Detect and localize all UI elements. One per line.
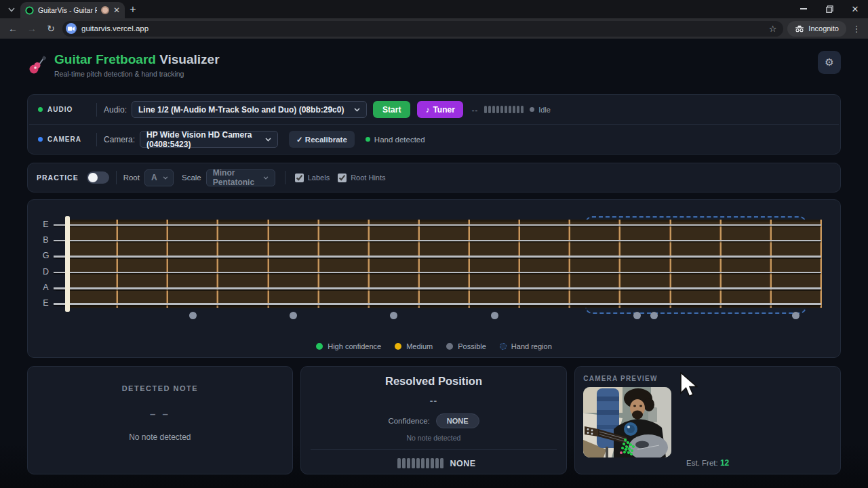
meter-bar [496, 106, 499, 113]
bookmark-star-icon[interactable]: ☆ [769, 24, 777, 34]
meter-bar [426, 458, 429, 468]
browser-menu-icon[interactable]: ⋮ [850, 24, 863, 34]
fretboard-nut [65, 216, 70, 312]
practice-toggle[interactable] [87, 171, 109, 184]
guitar-string-e0 [54, 224, 821, 226]
audio-section-tag: AUDIO [38, 106, 90, 113]
window-controls: ✕ [791, 0, 868, 18]
fretboard[interactable] [67, 220, 821, 308]
resolved-message: No note detected [301, 434, 567, 442]
resolved-position-value: -- [301, 395, 567, 406]
divider [285, 171, 285, 184]
tab-title: GuitarVis - Guitar Fretboard [38, 6, 97, 14]
fret-marker-dot [633, 312, 641, 319]
url-text[interactable]: guitarvis.vercel.app [81, 24, 764, 33]
camera-device-value: HP Wide Vision HD Camera (0408:5423) [146, 130, 260, 149]
browser-tab[interactable]: GuitarVis - Guitar Fretboard ✕ [20, 2, 125, 18]
guitar-string-g2 [54, 256, 821, 258]
chevron-down-icon [263, 176, 269, 180]
address-bar[interactable]: guitarvis.vercel.app ☆ [62, 21, 783, 37]
meter-bar [505, 106, 507, 113]
camera-preview-card: CAMERA PREVIEW [574, 366, 841, 474]
fret-wire [166, 220, 168, 308]
legend-dot [395, 343, 401, 350]
est-fret-value: 12 [720, 458, 729, 468]
scale-select[interactable]: Minor Pentatonic [206, 169, 275, 186]
detected-note-card: DETECTED NOTE – – No note detected [27, 366, 293, 474]
legend: High confidenceMediumPossibleHand region [28, 342, 840, 350]
new-tab-button[interactable]: + [125, 1, 141, 18]
forward-button[interactable]: → [24, 21, 39, 36]
chevron-down-icon [163, 176, 168, 180]
camera-device-select[interactable]: HP Wide Vision HD Camera (0408:5423) [140, 131, 278, 148]
detected-note-value: – – [28, 408, 292, 420]
legend-label: Medium [406, 342, 433, 350]
camera-in-use-icon[interactable] [66, 23, 77, 34]
meter-bar [500, 106, 503, 113]
tab-search-button[interactable] [3, 1, 20, 18]
fret-wire [820, 220, 822, 308]
tab-close-icon[interactable]: ✕ [113, 6, 120, 14]
string-label: D [41, 267, 51, 277]
title-green: Guitar Fretboard [54, 52, 156, 66]
camera-preview-title: CAMERA PREVIEW [583, 375, 832, 382]
guitar-string-b1 [54, 240, 821, 241]
page-subtitle: Real-time pitch detection & hand trackin… [54, 70, 220, 78]
incognito-label: Incognito [808, 24, 839, 33]
hand-detected-status: Hand detected [366, 136, 425, 144]
root-hints-checkbox[interactable] [338, 174, 347, 182]
fret-marker-dot [650, 312, 658, 319]
root-label: Root [123, 174, 140, 182]
legend-item: Hand region [500, 342, 552, 350]
meter-bar [517, 106, 519, 113]
maximize-button[interactable] [816, 0, 842, 18]
root-select[interactable]: A [144, 169, 174, 186]
detected-note-title: DETECTED NOTE [28, 384, 292, 392]
idle-status-dot [530, 107, 534, 112]
settings-button[interactable]: ⚙ [818, 51, 841, 74]
videocam-glyph [68, 26, 75, 31]
camera-field-label: Camera: [104, 135, 135, 144]
root-hints-checkbox-label: Root Hints [351, 174, 385, 182]
start-button[interactable]: Start [373, 101, 410, 118]
legend-label: Hand region [511, 342, 552, 350]
resolved-position-title: Resolved Position [301, 375, 567, 388]
browser-toolbar: ← → ↻ guitarvis.vercel.app ☆ Incognito ⋮ [0, 18, 868, 39]
confidence-badge: NONE [436, 413, 479, 428]
meter-bar [521, 106, 524, 113]
fret-marker-dot [290, 312, 297, 319]
scale-label: Scale [182, 174, 201, 182]
est-fret-label: Est. Fret: [686, 459, 718, 467]
meter-bar [416, 458, 420, 468]
webcam-image [583, 387, 671, 458]
string-label: A [41, 283, 51, 292]
guitar-string-a4 [54, 287, 821, 289]
camera-row: CAMERA Camera: HP Wide Vision HD Camera … [28, 125, 840, 154]
audio-level-text: -- [472, 106, 478, 114]
audio-device-select[interactable]: Line 1/2 (M-Audio M-Track Solo and Duo) … [132, 101, 367, 118]
audio-status-text: Idle [538, 106, 551, 114]
audio-section-label: AUDIO [47, 106, 73, 113]
fret-wire [518, 220, 520, 308]
audio-row: AUDIO Audio: Line 1/2 (M-Audio M-Track S… [28, 95, 840, 124]
detected-note-message: No note detected [28, 432, 292, 442]
labels-checkbox[interactable] [295, 174, 304, 182]
tuner-button[interactable]: ♪ Tuner [417, 101, 462, 118]
camera-section-label: CAMERA [47, 136, 81, 143]
legend-item: High confidence [316, 342, 381, 350]
close-button[interactable]: ✕ [842, 0, 868, 18]
minimize-button[interactable] [791, 0, 816, 18]
guitar-string-d3 [54, 272, 821, 274]
divider [116, 171, 117, 184]
labels-option: Labels [295, 174, 330, 182]
meter-bar [407, 458, 410, 468]
fret-wire [719, 220, 722, 308]
recalibrate-button[interactable]: ✓ Recalibrate [289, 131, 355, 148]
back-button[interactable]: ← [5, 21, 20, 36]
confidence-row: Confidence: NONE [301, 413, 567, 428]
meter-bar [513, 106, 515, 113]
fret-wire [317, 220, 319, 308]
fret-wire [468, 220, 470, 308]
reload-button[interactable]: ↻ [43, 21, 58, 36]
chevron-down-icon [354, 108, 360, 112]
